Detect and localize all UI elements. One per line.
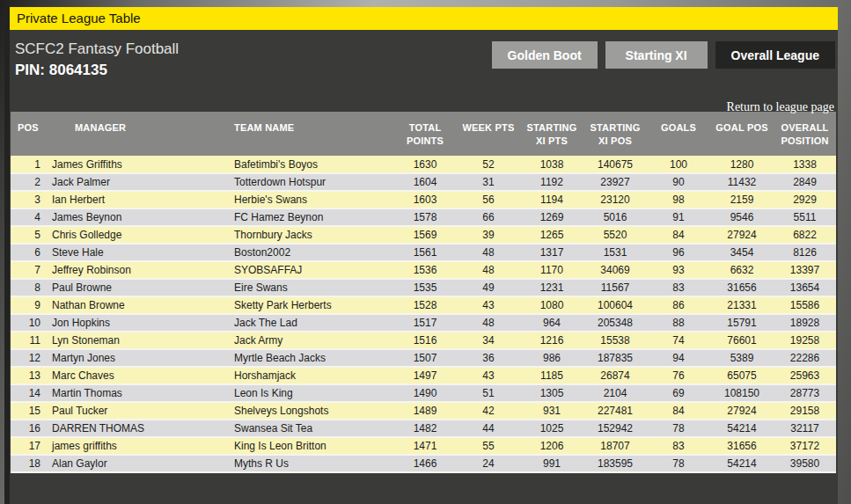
cell-team-name: Shelveys Longshots bbox=[232, 402, 393, 420]
column-header-overall-position: OVERALL POSITION bbox=[774, 112, 836, 156]
column-header-team-name: TEAM NAME bbox=[232, 112, 393, 156]
cell-starting-xi-pos: 5520 bbox=[583, 226, 647, 244]
cell-overall-position: 6822 bbox=[774, 226, 836, 244]
cell-goal-pos: 31656 bbox=[710, 437, 774, 455]
cell-goal-pos: 27924 bbox=[710, 402, 774, 420]
cell-manager: Paul Browne bbox=[46, 279, 232, 296]
league-table-body: 1James GriffithsBafetimbi's Boyos1630521… bbox=[11, 156, 836, 472]
cell-goals: 91 bbox=[647, 208, 710, 226]
column-header-starting-xi-pts: STARTING XI PTS bbox=[520, 112, 583, 156]
cell-team-name: Swansea Sit Tea bbox=[232, 420, 393, 437]
cell-overall-position: 15586 bbox=[774, 296, 836, 314]
table-row: 10Jon HopkinsJack The Lad151748964205348… bbox=[11, 314, 836, 332]
cell-goals: 83 bbox=[647, 437, 710, 455]
cell-pos: 11 bbox=[11, 332, 46, 349]
cell-total-points: 1578 bbox=[393, 208, 457, 226]
cell-pos: 2 bbox=[11, 173, 46, 191]
cell-week-pts: 24 bbox=[457, 455, 520, 472]
cell-pos: 18 bbox=[11, 455, 46, 472]
cell-team-name: Eire Swans bbox=[232, 279, 393, 296]
cell-goals: 84 bbox=[647, 226, 710, 244]
cell-week-pts: 56 bbox=[457, 191, 520, 208]
cell-total-points: 1497 bbox=[393, 367, 457, 384]
cell-total-points: 1517 bbox=[393, 314, 457, 332]
cell-overall-position: 1338 bbox=[774, 156, 836, 173]
cell-starting-xi-pos: 18707 bbox=[583, 437, 647, 455]
cell-team-name: Leon Is King bbox=[232, 384, 393, 402]
cell-manager: Ian Herbert bbox=[46, 191, 232, 208]
cell-starting-xi-pts: 1025 bbox=[520, 420, 583, 437]
nav-button-starting-xi[interactable]: Starting XI bbox=[605, 41, 708, 69]
return-to-league-link[interactable]: Return to league page bbox=[727, 100, 834, 114]
cell-team-name: Thornbury Jacks bbox=[232, 226, 393, 244]
cell-starting-xi-pos: 140675 bbox=[583, 156, 647, 173]
cell-goals: 74 bbox=[647, 332, 710, 349]
cell-manager: Jeffrey Robinson bbox=[46, 261, 232, 279]
cell-team-name: Herbie's Swans bbox=[232, 191, 393, 208]
cell-total-points: 1561 bbox=[393, 244, 457, 261]
cell-week-pts: 31 bbox=[457, 173, 520, 191]
cell-starting-xi-pos: 227481 bbox=[583, 402, 647, 420]
table-row: 4James BeynonFC Hamez Beynon157866126950… bbox=[11, 208, 836, 226]
cell-manager: Alan Gaylor bbox=[46, 455, 232, 472]
cell-starting-xi-pts: 1038 bbox=[520, 156, 583, 173]
cell-starting-xi-pts: 1231 bbox=[520, 279, 583, 296]
league-table-head: POSMANAGERTEAM NAMETOTAL POINTSWEEK PTSS… bbox=[11, 112, 836, 156]
cell-goal-pos: 11432 bbox=[710, 173, 774, 191]
cell-overall-position: 2929 bbox=[774, 191, 836, 208]
cell-overall-position: 25963 bbox=[774, 367, 836, 384]
table-row: 17james griffithsKing Is Leon Britton147… bbox=[11, 437, 836, 455]
cell-manager: james griffiths bbox=[46, 437, 232, 455]
cell-team-name: Bafetimbi's Boyos bbox=[232, 156, 393, 173]
cell-goal-pos: 5389 bbox=[710, 349, 774, 367]
cell-week-pts: 66 bbox=[457, 208, 520, 226]
cell-starting-xi-pos: 34069 bbox=[583, 261, 647, 279]
cell-week-pts: 48 bbox=[457, 314, 520, 332]
cell-starting-xi-pts: 1192 bbox=[520, 173, 583, 191]
cell-manager: Jack Palmer bbox=[46, 173, 232, 191]
cell-team-name: Jack Army bbox=[232, 332, 393, 349]
cell-overall-position: 19258 bbox=[774, 332, 836, 349]
column-header-starting-xi-pos: STARTING XI POS bbox=[583, 112, 647, 156]
table-row: 3Ian HerbertHerbie's Swans16035611942312… bbox=[11, 191, 836, 208]
cell-total-points: 1490 bbox=[393, 384, 457, 402]
cell-starting-xi-pts: 1185 bbox=[520, 367, 583, 384]
cell-overall-position: 39580 bbox=[774, 455, 836, 472]
cell-week-pts: 39 bbox=[457, 226, 520, 244]
nav-button-golden-boot[interactable]: Golden Boot bbox=[492, 41, 598, 69]
table-row: 13Marc ChavesHorshamjack1497431185268747… bbox=[11, 367, 836, 384]
cell-overall-position: 18928 bbox=[774, 314, 836, 332]
cell-starting-xi-pts: 1305 bbox=[520, 384, 583, 402]
cell-week-pts: 43 bbox=[457, 296, 520, 314]
cell-goal-pos: 54214 bbox=[710, 420, 774, 437]
cell-pos: 3 bbox=[11, 191, 46, 208]
cell-overall-position: 8126 bbox=[774, 244, 836, 261]
cell-total-points: 1535 bbox=[393, 279, 457, 296]
cell-starting-xi-pts: 986 bbox=[520, 349, 583, 367]
cell-starting-xi-pts: 931 bbox=[520, 402, 583, 420]
cell-pos: 8 bbox=[11, 279, 46, 296]
cell-manager: Lyn Stoneman bbox=[46, 332, 232, 349]
cell-starting-xi-pos: 26874 bbox=[583, 367, 647, 384]
cell-starting-xi-pos: 11567 bbox=[583, 279, 647, 296]
cell-manager: James Beynon bbox=[46, 208, 232, 226]
cell-overall-position: 22286 bbox=[774, 349, 836, 367]
cell-week-pts: 48 bbox=[457, 261, 520, 279]
cell-starting-xi-pts: 964 bbox=[520, 314, 583, 332]
column-header-manager: MANAGER bbox=[46, 112, 232, 156]
cell-team-name: Myrtle Beach Jacks bbox=[232, 349, 393, 367]
cell-manager: Chris Golledge bbox=[46, 226, 232, 244]
nav-buttons: Golden BootStarting XIOverall League bbox=[492, 41, 835, 69]
cell-goal-pos: 9546 bbox=[710, 208, 774, 226]
cell-pos: 10 bbox=[11, 314, 46, 332]
nav-button-overall-league[interactable]: Overall League bbox=[715, 41, 835, 69]
cell-manager: DARREN THOMAS bbox=[46, 420, 232, 437]
table-row: 11Lyn StonemanJack Army15163412161553874… bbox=[11, 332, 836, 349]
cell-manager: Martin Thomas bbox=[46, 384, 232, 402]
cell-overall-position: 13654 bbox=[774, 279, 836, 296]
cell-manager: Marc Chaves bbox=[46, 367, 232, 384]
cell-team-name: Boston2002 bbox=[232, 244, 393, 261]
table-row: 5Chris GolledgeThornbury Jacks1569391265… bbox=[11, 226, 836, 244]
table-row: 2Jack PalmerTotterdown Hotspur1604311192… bbox=[11, 173, 836, 191]
cell-goals: 88 bbox=[647, 314, 710, 332]
